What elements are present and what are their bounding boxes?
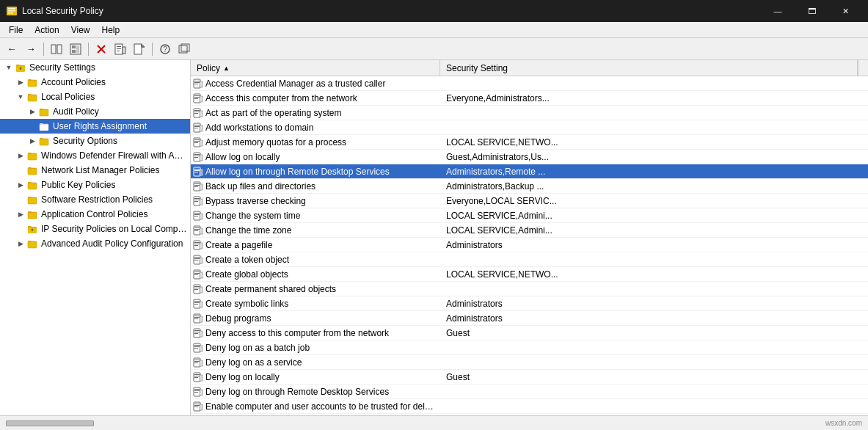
sidebar-item-local-policies[interactable]: ▼ Local Policies xyxy=(0,90,190,104)
expand-icon-windows-firewall[interactable]: ▶ xyxy=(15,150,26,161)
sidebar-item-security-settings[interactable]: ▼ Security Settings xyxy=(0,60,190,75)
show-hide2-button[interactable] xyxy=(67,41,84,57)
expand-icon-app-control[interactable]: ▶ xyxy=(15,208,26,220)
sidebar-item-public-key[interactable]: ▶ Public Key Policies xyxy=(0,178,190,192)
policy-row[interactable]: Create symbolic linksAdministrators xyxy=(191,296,868,311)
properties-button[interactable] xyxy=(112,41,129,57)
sidebar-tree[interactable]: ▼ Security Settings▶ Account Policies▼ L… xyxy=(0,60,191,415)
policy-column-header[interactable]: Policy ▲ xyxy=(191,60,440,76)
policy-icon xyxy=(191,164,205,179)
policy-row[interactable]: Deny log on locallyGuest xyxy=(191,370,868,385)
svg-rect-8 xyxy=(72,50,76,53)
policy-row[interactable]: Add workstations to domain xyxy=(191,120,868,135)
help-button[interactable]: ? xyxy=(156,41,174,57)
policy-name: Deny log on locally xyxy=(205,372,440,382)
expand-icon-audit-policy[interactable]: ▶ xyxy=(26,106,38,117)
policy-row[interactable]: Enable computer and user accounts to be … xyxy=(191,399,868,414)
sidebar-item-windows-firewall[interactable]: ▶ Windows Defender Firewall with Adva... xyxy=(0,148,190,163)
policy-row[interactable]: Deny access to this computer from the ne… xyxy=(191,326,868,340)
policy-row[interactable]: Bypass traverse checkingEveryone,LOCAL S… xyxy=(191,194,868,208)
svg-rect-130 xyxy=(194,346,200,347)
new-window-button[interactable] xyxy=(175,41,193,57)
policy-row[interactable]: Debug programsAdministrators xyxy=(191,311,868,326)
policy-name: Act as part of the operating system xyxy=(205,108,440,118)
policy-row[interactable]: Deny log on through Remote Desktop Servi… xyxy=(191,385,868,399)
svg-rect-134 xyxy=(194,360,200,360)
policy-row[interactable]: Act as part of the operating system xyxy=(191,106,868,120)
sidebar-item-network-list[interactable]: Network List Manager Policies xyxy=(0,163,190,178)
policy-row[interactable]: Access Credential Manager as a trusted c… xyxy=(191,76,868,91)
policy-setting: Administrators xyxy=(440,240,868,250)
policy-icon xyxy=(191,208,205,223)
policy-row[interactable]: Deny log on as a service xyxy=(191,355,868,370)
svg-rect-101 xyxy=(194,260,198,260)
sidebar-item-app-control[interactable]: ▶ Application Control Policies xyxy=(0,207,190,222)
policy-row[interactable]: Access this computer from the networkEve… xyxy=(191,91,868,106)
sort-icon: ▲ xyxy=(223,65,230,72)
policy-name: Change the time zone xyxy=(205,225,440,236)
svg-rect-131 xyxy=(194,348,198,349)
maximize-button[interactable]: 🗖 xyxy=(795,0,828,22)
policy-row[interactable]: Create a token object xyxy=(191,252,868,267)
svg-rect-110 xyxy=(194,288,200,288)
policy-row[interactable]: Adjust memory quotas for a processLOCAL … xyxy=(191,135,868,150)
folder-icon-network-list xyxy=(26,164,38,176)
svg-rect-31 xyxy=(28,153,37,160)
expand-icon-local-policies[interactable]: ▼ xyxy=(15,91,26,103)
right-panel: Policy ▲ Security Setting Access Credent… xyxy=(191,60,868,415)
policy-row[interactable]: Create global objectsLOCAL SERVICE,NETWO… xyxy=(191,267,868,282)
svg-rect-17 xyxy=(134,44,142,54)
sidebar-item-user-rights[interactable]: User Rights Assignment xyxy=(0,119,190,134)
expand-icon-account-policies[interactable]: ▶ xyxy=(15,76,26,88)
policy-row[interactable]: Create a pagefileAdministrators xyxy=(191,238,868,252)
svg-rect-75 xyxy=(194,185,200,186)
svg-rect-100 xyxy=(194,258,200,259)
policy-icon xyxy=(191,296,205,311)
sidebar-label-public-key: Public Key Policies xyxy=(41,180,115,190)
policy-setting: LOCAL SERVICE,Admini... xyxy=(440,225,868,236)
policy-row[interactable]: Deny log on as a batch job xyxy=(191,340,868,355)
policy-row[interactable]: Change the time zoneLOCAL SERVICE,Admini… xyxy=(191,223,868,238)
svg-rect-111 xyxy=(194,289,198,290)
expand-icon-security-options[interactable]: ▶ xyxy=(26,135,38,147)
policy-row[interactable]: Create permanent shared objects xyxy=(191,282,868,296)
svg-rect-39 xyxy=(194,81,200,81)
policy-row[interactable]: Back up files and directoriesAdministrat… xyxy=(191,179,868,194)
menu-item-help[interactable]: Help xyxy=(96,22,126,37)
back-button[interactable]: ← xyxy=(3,41,21,57)
svg-rect-121 xyxy=(194,318,198,319)
policy-row[interactable]: Allow log on through Remote Desktop Serv… xyxy=(191,164,868,179)
menu-item-view[interactable]: View xyxy=(65,22,96,37)
policy-name: Add workstations to domain xyxy=(205,123,440,133)
sidebar-item-security-options[interactable]: ▶ Security Options xyxy=(0,134,190,148)
policy-row[interactable]: Allow log on locallyGuest,Administrators… xyxy=(191,150,868,164)
forward-button[interactable]: → xyxy=(22,41,40,57)
expand-icon-advanced-audit[interactable]: ▶ xyxy=(15,238,26,249)
sidebar-scrollbar-thumb[interactable] xyxy=(6,420,94,426)
setting-column-header[interactable]: Security Setting xyxy=(440,60,858,76)
sidebar-item-advanced-audit[interactable]: ▶ Advanced Audit Policy Configuration xyxy=(0,236,190,251)
expand-icon-security-settings[interactable]: ▼ xyxy=(3,62,15,73)
svg-rect-150 xyxy=(194,405,200,406)
minimize-button[interactable]: — xyxy=(761,0,795,22)
folder-icon-advanced-audit xyxy=(26,238,38,249)
sidebar-item-audit-policy[interactable]: ▶ Audit Policy xyxy=(0,104,190,119)
export-button[interactable] xyxy=(131,41,148,57)
menu-item-action[interactable]: Action xyxy=(29,22,65,37)
sidebar-label-user-rights: User Rights Assignment xyxy=(53,121,147,131)
expand-icon-public-key[interactable]: ▶ xyxy=(15,179,26,191)
svg-rect-3 xyxy=(8,12,13,14)
policy-name: Access this computer from the network xyxy=(205,93,440,103)
policy-list[interactable]: Access Credential Manager as a trusted c… xyxy=(191,76,868,415)
close-button[interactable]: ✕ xyxy=(828,0,862,22)
policy-icon xyxy=(191,194,205,208)
sidebar-item-account-policies[interactable]: ▶ Account Policies xyxy=(0,75,190,90)
menu-item-file[interactable]: File xyxy=(3,22,29,37)
show-hide-button[interactable] xyxy=(48,41,65,57)
sidebar-item-software-restriction[interactable]: Software Restriction Policies xyxy=(0,192,190,207)
app-icon xyxy=(6,5,18,17)
delete-button[interactable] xyxy=(92,41,110,57)
policy-row[interactable]: Change the system timeLOCAL SERVICE,Admi… xyxy=(191,208,868,223)
sidebar-item-ip-security[interactable]: IP Security Policies on Local Compute... xyxy=(0,222,190,236)
svg-rect-146 xyxy=(194,392,198,393)
